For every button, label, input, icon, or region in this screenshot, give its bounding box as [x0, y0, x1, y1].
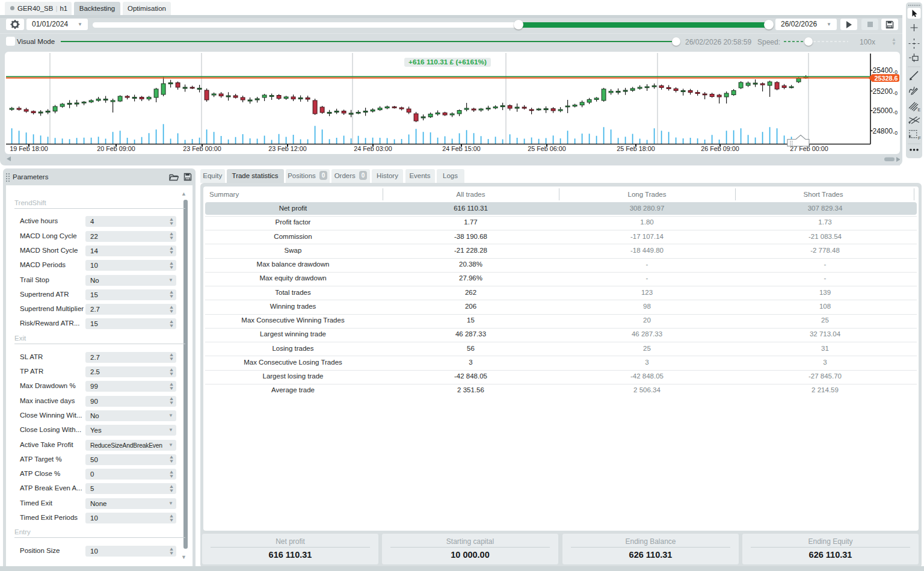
svg-text:24 Feb 15:00: 24 Feb 15:00 [442, 145, 481, 152]
svg-text:23 Feb 12:00: 23 Feb 12:00 [268, 145, 307, 152]
svg-text:24800.0: 24800.0 [873, 127, 898, 136]
svg-text:E: E [918, 108, 921, 112]
svg-text:25328.6: 25328.6 [875, 75, 898, 82]
svg-text:23 Feb 00:00: 23 Feb 00:00 [183, 145, 221, 152]
svg-text:25000.0: 25000.0 [873, 106, 898, 116]
svg-text:25 Feb 18:00: 25 Feb 18:00 [617, 145, 655, 152]
svg-text:26 Feb 09:00: 26 Feb 09:00 [701, 145, 739, 152]
svg-text:19 Feb 18:00: 19 Feb 18:00 [10, 145, 48, 152]
svg-text:25 Feb 06:00: 25 Feb 06:00 [528, 145, 566, 152]
svg-text:25200.0: 25200.0 [873, 87, 898, 96]
svg-text:24 Feb 03:00: 24 Feb 03:00 [354, 145, 392, 152]
svg-text:F: F [918, 135, 921, 141]
svg-text:20 Feb 09:00: 20 Feb 09:00 [97, 145, 135, 152]
